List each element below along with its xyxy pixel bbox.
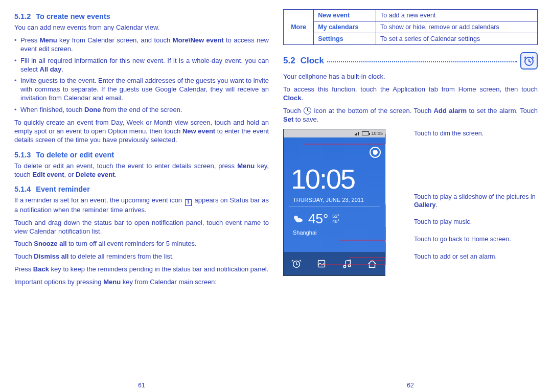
heading-5-2: 5.2Clock [283,56,324,66]
weather-hilo: 52°48° [332,214,339,224]
heading-text: To delete or edit event [36,151,114,159]
dock-home-button[interactable] [365,257,379,270]
table-cell-label: Settings [314,33,376,45]
table-cell-desc: To show or hide, remove or add calendars [376,21,538,33]
callout-home: Touch to go back to Home screen. [414,236,538,244]
weather-icon [292,213,304,225]
list-item: Press Menu key from Calendar screen, and… [14,36,269,54]
callout-alarm: Touch to add or set an alarm. [414,253,538,261]
svg-point-6 [348,265,351,267]
status-bar: 10:05 [284,129,385,137]
table-cell-label: My calendars [314,21,376,33]
page-number: 61 [14,382,269,389]
list-item: Fill in all required information for thi… [14,57,269,74]
weather-city: Shanghai [293,229,317,236]
paragraph: You can add new events from any Calendar… [14,24,269,32]
heading-5-2-row: 5.2Clock [283,52,538,70]
dock-music-button[interactable] [340,257,354,270]
paragraph: To delete or edit an event, touch the ev… [14,162,269,179]
paragraph: To access this function, touch the Appli… [283,85,538,103]
clock-app-icon [520,52,538,70]
table-cell-desc: To set a series of Calendar settings [376,33,538,45]
heading-5-1-4: 5.1.4Event reminder [14,185,269,193]
paragraph: Touch and drag down the status bar to op… [14,219,269,236]
signal-icon [355,131,360,135]
battery-icon [362,131,369,135]
list-item: When finished, touch Done from the end o… [14,106,269,114]
dock-alarm-button[interactable] [290,257,303,270]
alarm-icon [304,107,311,114]
heading-text: Event reminder [36,185,90,193]
heading-text: Clock [301,56,324,65]
paragraph: Touch Dismiss all to delete all reminder… [14,252,269,261]
bullet-list: Press Menu key from Calendar screen, and… [14,36,269,114]
heading-number: 5.2 [283,56,295,65]
list-item: Invite guests to the event. Enter the em… [14,77,269,103]
paragraph: Press Back key to keep the reminders pen… [14,265,269,274]
weather-row: 45° 52°48° [292,211,339,227]
svg-point-2 [295,218,303,222]
page-61: 5.1.2To create new events You can add ne… [14,9,269,387]
status-time: 10:05 [371,131,383,136]
paragraph: Your cellphone has a built-in clock. [283,73,538,81]
weather-temp: 45° [308,211,328,227]
table-cell-label: New event [314,10,376,21]
heading-number: 5.1.2 [14,12,31,20]
svg-point-5 [343,266,346,268]
options-table: More New event To add a new event My cal… [283,9,538,45]
paragraph: To quickly create an event from Day, Wee… [14,119,269,145]
clock-figure: 10:05 10:05 THURSDAY, JUNE 23, 2011 45° … [283,129,538,276]
paragraph: Important options by pressing Menu key f… [14,278,269,287]
phone-mockup: 10:05 10:05 THURSDAY, JUNE 23, 2011 45° … [283,129,385,276]
clock-date: THURSDAY, JUNE 23, 2011 [293,197,364,203]
dim-button[interactable] [370,147,381,158]
table-side-label: More [284,10,314,45]
dock-gallery-button[interactable] [315,257,328,270]
dock [284,252,385,275]
paragraph: Touch Snooze all to turn off all event r… [14,240,269,248]
page-62: More New event To add a new event My cal… [283,9,538,387]
page-number: 62 [283,382,538,389]
clock-time: 10:05 [291,165,355,193]
event-badge-icon: 1 [185,199,192,206]
divider [289,206,380,206]
paragraph: If a reminder is set for an event, the u… [14,196,269,214]
callout-gallery: Touch to play a slideshow of the picture… [414,193,538,209]
heading-number: 5.1.3 [14,151,31,159]
callout-dim: Touch to dim the screen. [414,130,538,138]
heading-5-1-2: 5.1.2To create new events [14,12,269,20]
heading-number: 5.1.4 [14,185,31,193]
paragraph: Touch icon at the bottom of the screen. … [283,107,538,124]
leader-dots [327,57,517,62]
callout-music: Touch to play music. [414,218,538,226]
callout-column: Touch to dim the screen. Touch to play a… [385,129,538,276]
heading-text: To create new events [36,12,110,20]
heading-5-1-3: 5.1.3To delete or edit event [14,151,269,159]
table-cell-desc: To add a new event [376,10,538,21]
